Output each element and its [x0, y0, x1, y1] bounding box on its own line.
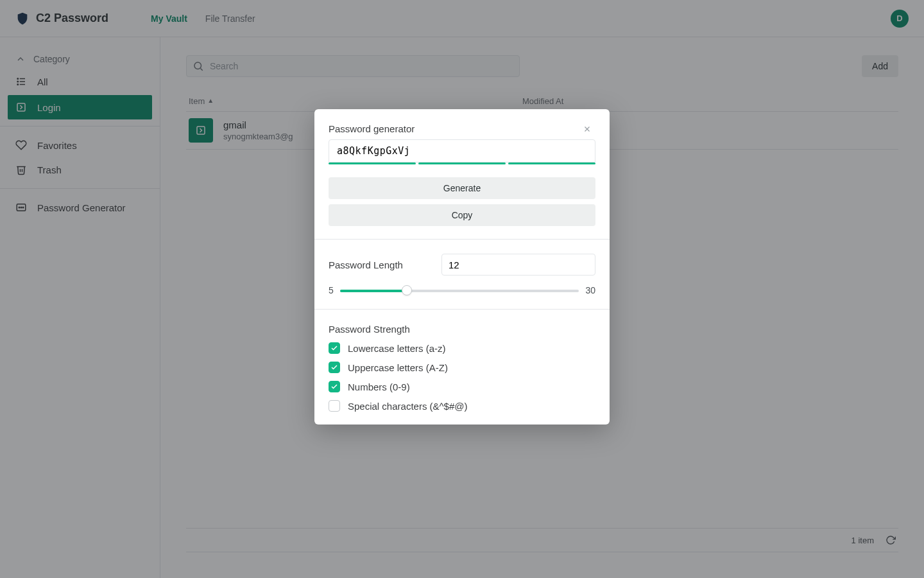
- option-label: Special characters (&^$#@): [348, 401, 468, 412]
- length-slider[interactable]: [340, 285, 579, 296]
- modal-section-length: Password Length 5 30: [314, 239, 610, 309]
- option-numbers[interactable]: Numbers (0-9): [329, 381, 595, 392]
- modal-overlay[interactable]: Password generator Generate Copy Passwor…: [0, 0, 924, 578]
- checkbox-uppercase[interactable]: [329, 362, 340, 373]
- strength-meter: [329, 162, 595, 164]
- slider-fill: [340, 290, 407, 292]
- option-uppercase[interactable]: Uppercase letters (A-Z): [329, 362, 595, 373]
- length-input[interactable]: [441, 254, 595, 276]
- slider-thumb[interactable]: [402, 285, 412, 295]
- modal-section-generate: Password generator Generate Copy: [314, 109, 610, 239]
- option-label: Uppercase letters (A-Z): [348, 362, 448, 373]
- close-button[interactable]: [579, 123, 595, 136]
- close-icon: [583, 125, 592, 134]
- length-slider-row: 5 30: [329, 285, 595, 296]
- strength-segment: [508, 162, 595, 164]
- strength-segment: [418, 162, 506, 164]
- password-generator-modal: Password generator Generate Copy Passwor…: [314, 109, 610, 425]
- checkbox-numbers[interactable]: [329, 381, 340, 392]
- slider-max-label: 30: [585, 285, 595, 295]
- checkbox-lowercase[interactable]: [329, 342, 340, 354]
- option-label: Numbers (0-9): [348, 381, 410, 392]
- length-label: Password Length: [329, 259, 403, 270]
- generated-password-field[interactable]: [329, 139, 595, 162]
- generate-button[interactable]: Generate: [329, 177, 595, 199]
- option-special[interactable]: Special characters (&^$#@): [329, 400, 595, 412]
- checkbox-special[interactable]: [329, 400, 340, 412]
- copy-button[interactable]: Copy: [329, 204, 595, 226]
- strength-segment: [329, 162, 416, 164]
- modal-title: Password generator: [329, 123, 415, 134]
- modal-section-strength: Password Strength Lowercase letters (a-z…: [314, 309, 610, 425]
- slider-min-label: 5: [329, 285, 334, 295]
- option-label: Lowercase letters (a-z): [348, 343, 446, 354]
- option-lowercase[interactable]: Lowercase letters (a-z): [329, 342, 595, 354]
- strength-label: Password Strength: [329, 324, 595, 335]
